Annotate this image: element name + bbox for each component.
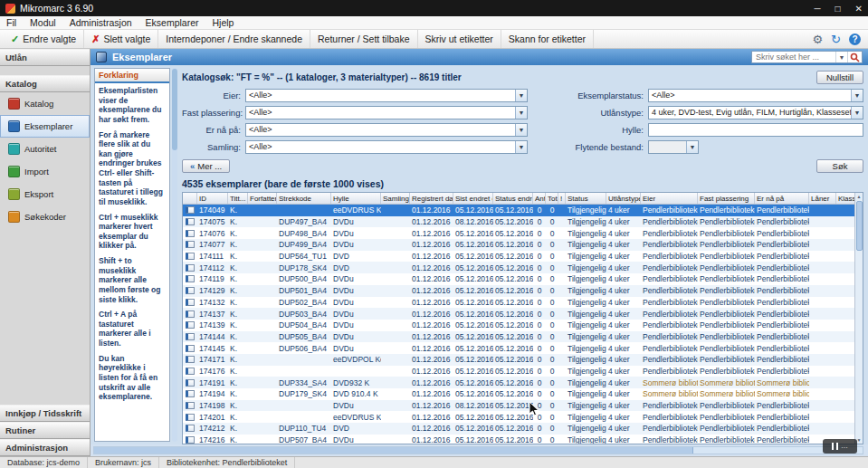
- table-row[interactable]: 174201K.eeDVDRUS Kon01.12.201605.12.2016…: [183, 411, 854, 423]
- table-body: 174049K.eeDVDRUS Kin01.12.201605.12.2016…: [183, 205, 854, 444]
- menu-item-fil[interactable]: Fil: [6, 17, 16, 28]
- explanation-scrollbar[interactable]: [172, 68, 177, 442]
- column-header-fast-plassering[interactable]: Fast plassering: [698, 193, 755, 204]
- menu-item-modul[interactable]: Modul: [30, 17, 56, 28]
- table-row[interactable]: 174111K.DUP564_TU1DVD01.12.201605.12.201…: [183, 251, 854, 263]
- column-header-samling[interactable]: Samling: [381, 193, 410, 204]
- sidebar-item-autoritet[interactable]: Autoritet: [0, 138, 90, 160]
- sidebar-group-katalog[interactable]: Katalog: [0, 75, 90, 92]
- refresh-icon[interactable]: ↻: [831, 33, 841, 46]
- table-row[interactable]: 174191K.DUP334_SA4DVD932 K01.12.201605.1…: [183, 377, 854, 388]
- table-row[interactable]: 174198K.DVDu01.12.201608.12.201605.12.20…: [183, 400, 854, 412]
- sidebar-group-administrasjon[interactable]: Administrasjon: [0, 439, 90, 456]
- hylle-input[interactable]: [648, 123, 863, 137]
- table-vertical-scrollbar[interactable]: ▲ ▼: [854, 193, 863, 444]
- endre-valgte-button[interactable]: ✓Endre valgte: [4, 30, 84, 48]
- scroll-down-icon[interactable]: ▼: [857, 436, 862, 444]
- returner-sett-tilbake-button[interactable]: Returner / Sett tilbake: [310, 30, 418, 48]
- sidebar-item-s-kekoder[interactable]: Søkekoder: [0, 205, 90, 228]
- table-row[interactable]: 174176K.01.12.201605.12.201605.12.201600…: [183, 366, 854, 377]
- table-cell: 05.12.2016: [493, 240, 533, 249]
- table-cell: Pendlerbiblioteket: [755, 217, 809, 226]
- eksemplarstatus-select[interactable]: <Alle>▼: [648, 89, 863, 102]
- search-input[interactable]: [752, 53, 835, 62]
- maximize-button[interactable]: □: [835, 4, 841, 14]
- column-header-id[interactable]: ID: [197, 193, 228, 204]
- eier-select[interactable]: <Alle>▼: [245, 89, 528, 102]
- scrollbar-thumb[interactable]: [94, 447, 693, 454]
- table-row[interactable]: 174212K.DUP110_TU4DVD01.12.201605.12.201…: [183, 423, 854, 435]
- column-header-strekkode[interactable]: Strekkode: [277, 193, 331, 204]
- table-cell: 0: [533, 240, 546, 249]
- results-table: IDTitt...ForfatterStrekkodeHylleSamlingR…: [182, 192, 863, 444]
- table-cell: 05.12.2016: [493, 252, 533, 261]
- menu-item-hjelp[interactable]: Hjelp: [213, 17, 234, 28]
- column-header-l-ner[interactable]: Låner: [809, 193, 836, 204]
- column-header-anta[interactable]: Anta: [533, 193, 546, 204]
- table-row[interactable]: 174112K.DUP178_SK4DVD01.12.201605.12.201…: [183, 262, 854, 273]
- chevron-down-icon[interactable]: ▼: [835, 52, 847, 62]
- table-row[interactable]: 174145K.DUP506_BA4DVDu01.12.201605.12.20…: [183, 342, 854, 354]
- column-header-forfatter[interactable]: Forfatter: [248, 193, 277, 204]
- media-pause-overlay[interactable]: …: [823, 439, 857, 454]
- reset-button[interactable]: Nullstill: [816, 71, 863, 84]
- skriv-ut-etiketter-button[interactable]: Skriv ut etiketter: [418, 30, 501, 48]
- column-header-item[interactable]: !: [558, 193, 566, 204]
- column-header-status-endret-dato[interactable]: Status endret dato: [493, 193, 533, 204]
- samling-select[interactable]: <Alle>▼: [245, 140, 528, 154]
- column-header-titt[interactable]: Titt...: [228, 193, 248, 204]
- table-row[interactable]: 174137K.DUP503_BA4DVDu01.12.201605.12.20…: [183, 308, 854, 320]
- column-header-tota[interactable]: Tota: [546, 193, 558, 204]
- help-icon[interactable]: ?: [849, 33, 861, 45]
- minimize-button[interactable]: ─: [814, 4, 820, 14]
- column-header-utl-nstype[interactable]: Utlånstype: [606, 193, 641, 204]
- table-row[interactable]: 174216K.DUP507_BA4DVDu01.12.201605.12.20…: [183, 435, 854, 444]
- column-header-sist-endret-dato[interactable]: Sist endret dato: [453, 193, 493, 204]
- sidebar-item-import[interactable]: Import: [0, 160, 90, 183]
- table-row[interactable]: 174119K.DUP500_BA4DVDu01.12.201605.12.20…: [183, 273, 854, 285]
- slett-valgte-button[interactable]: ✗Slett valgte: [84, 30, 158, 48]
- column-header-status[interactable]: Status: [566, 193, 606, 204]
- utl-nstype-select[interactable]: 4 uker, DVD-test, Evig utlån, FILM, Hurt…: [648, 106, 863, 119]
- table-row[interactable]: 174077K.DUP499_BA4DVDu01.12.201605.12.20…: [183, 239, 854, 251]
- table-cell: Pendlerbiblioteket: [698, 274, 755, 283]
- table-row[interactable]: 174194K.DUP179_SK4DVD 910.4 K01.12.20160…: [183, 388, 854, 400]
- fast-plassering-select[interactable]: <Alle>▼: [245, 106, 528, 119]
- sidebar-item-eksemplarer[interactable]: Eksemplarer: [0, 115, 90, 138]
- close-button[interactable]: ✕: [855, 4, 863, 14]
- menu-item-eksemplarer[interactable]: Eksemplarer: [146, 17, 199, 28]
- er-n-p-select[interactable]: <Alle>▼: [245, 123, 528, 137]
- sidebar-item-katalog[interactable]: Katalog: [0, 92, 90, 115]
- search-button[interactable]: Søk: [816, 159, 863, 173]
- column-header-er-n-p[interactable]: Er nå på: [755, 193, 809, 204]
- column-header-eier[interactable]: Eier: [641, 193, 698, 204]
- interndeponer-endre-skannede-button[interactable]: Interndeponer / Endre skannede: [158, 30, 310, 48]
- sidebar-group-innkj-p-tidsskrift[interactable]: Innkjøp / Tidsskrift: [0, 405, 90, 422]
- scroll-up-icon[interactable]: ▲: [857, 193, 862, 200]
- sidebar-item-label: Eksemplarer: [24, 121, 72, 131]
- book-item-icon: [186, 287, 195, 294]
- table-cell: 01.12.2016: [410, 217, 453, 226]
- search-icon[interactable]: [847, 52, 862, 62]
- tools-icon[interactable]: ⚙: [812, 33, 823, 46]
- menu-item-administrasjon[interactable]: Administrasjon: [70, 17, 132, 28]
- more-button[interactable]: «Mer ...: [182, 159, 230, 173]
- sidebar-group-rutiner[interactable]: Rutiner: [0, 422, 90, 439]
- column-header-registrert-dato[interactable]: Registrert dato: [410, 193, 453, 204]
- table-row[interactable]: 174049K.eeDVDRUS Kin01.12.201605.12.2016…: [183, 205, 854, 216]
- table-row[interactable]: 174076K.DUP498_BA4DVDu01.12.201605.12.20…: [183, 227, 854, 239]
- column-header-klasse[interactable]: Klasse...: [836, 193, 854, 204]
- table-row[interactable]: 174144K.DUP505_BA4DVDu01.12.201605.12.20…: [183, 331, 854, 343]
- table-row[interactable]: 174139K.DUP504_BA4DVDu01.12.201605.12.20…: [183, 320, 854, 331]
- horizontal-scrollbar[interactable]: [93, 446, 863, 454]
- sidebar-item-eksport[interactable]: Eksport: [0, 183, 90, 205]
- table-row[interactable]: 174129K.DUP501_BA4DVDu01.12.201605.12.20…: [183, 285, 854, 297]
- sidebar-group-utl-n[interactable]: Utlån: [0, 49, 90, 66]
- skann-for-etiketter-button[interactable]: Skann for etiketter: [501, 30, 594, 48]
- column-header-hylle[interactable]: Hylle: [331, 193, 381, 204]
- table-row[interactable]: 174075K.DUP497_BA4DVDu01.12.201608.12.20…: [183, 216, 854, 228]
- table-row[interactable]: 174171K.eeDVDPOL Kol01.12.201605.12.2016…: [183, 354, 854, 366]
- scrollbar-thumb[interactable]: [856, 201, 863, 251]
- column-header-item[interactable]: [183, 193, 197, 204]
- table-row[interactable]: 174132K.DUP502_BA4DVDu01.12.201605.12.20…: [183, 297, 854, 309]
